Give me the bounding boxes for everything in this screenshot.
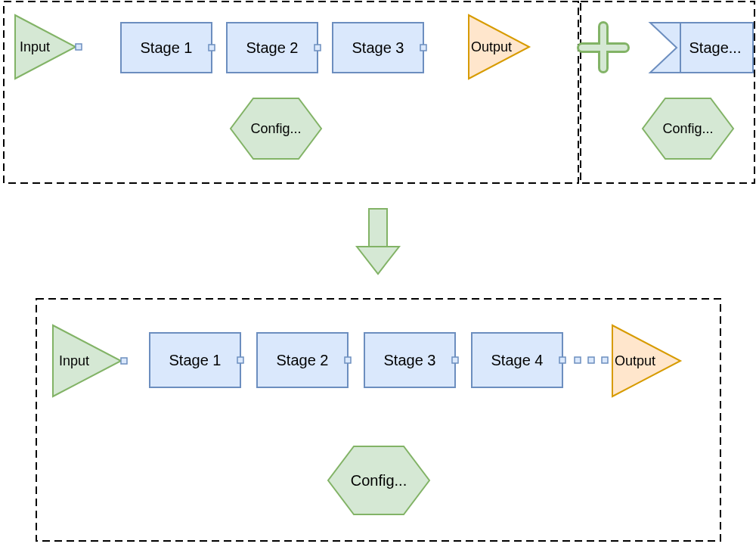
connector-tick [121,358,127,364]
top-config-label: Config... [250,121,301,136]
svg-rect-29 [602,357,608,363]
bottom-stage-3-label: Stage 3 [384,352,436,368]
bottom-stage-4-label: Stage 4 [491,352,544,368]
svg-rect-20 [237,357,243,363]
svg-rect-27 [575,357,581,363]
bottom-config-label: Config... [351,472,407,489]
bottom-config-hex: Config... [328,446,429,514]
bottom-stage-1-label: Stage 1 [169,352,222,368]
bottom-stage-2-label: Stage 2 [277,352,329,368]
add-stage-label: Stage... [689,39,742,56]
bottom-input-label: Input [59,353,89,368]
svg-rect-28 [588,357,594,363]
add-config-hex: Config... [643,98,733,159]
bottom-input-shape: Input [53,325,121,396]
add-stage-shape: Stage... [650,23,753,73]
bottom-output-label: Output [615,353,655,368]
top-output-label: Output [471,39,512,54]
svg-rect-6 [420,45,426,51]
svg-rect-2 [209,45,215,51]
top-stage-2-label: Stage 2 [246,39,299,56]
top-output-shape: Output [469,15,529,79]
svg-rect-22 [345,357,351,363]
bottom-stage-2-box: Stage 2 [257,333,351,387]
down-arrow-icon [357,209,399,274]
svg-rect-26 [559,357,565,363]
bottom-stage-3-box: Stage 3 [364,333,458,387]
bottom-output-shape: Output [612,325,680,396]
top-input-shape: Input [15,15,76,79]
top-config-hex: Config... [231,98,321,159]
svg-marker-17 [357,247,399,274]
top-stage-3-box: Stage 3 [333,23,426,73]
bottom-stage-1-box: Stage 1 [150,333,243,387]
svg-marker-13 [650,23,680,73]
svg-rect-24 [452,357,458,363]
top-input-label: Input [20,39,50,54]
plus-icon [582,26,624,68]
svg-rect-16 [369,209,387,247]
top-stage-3-label: Stage 3 [352,39,404,56]
add-config-label: Config... [662,121,713,136]
top-stage-2-box: Stage 2 [227,23,321,73]
connector-tick [76,44,82,50]
svg-rect-4 [314,45,321,51]
diagram-canvas: Input Stage 1 Stage 2 Stage 3 Output Con… [0,0,756,550]
bottom-stage-4-box: Stage 4 [472,333,608,387]
top-stage-1-box: Stage 1 [121,23,215,73]
top-stage-1-label: Stage 1 [141,39,193,56]
